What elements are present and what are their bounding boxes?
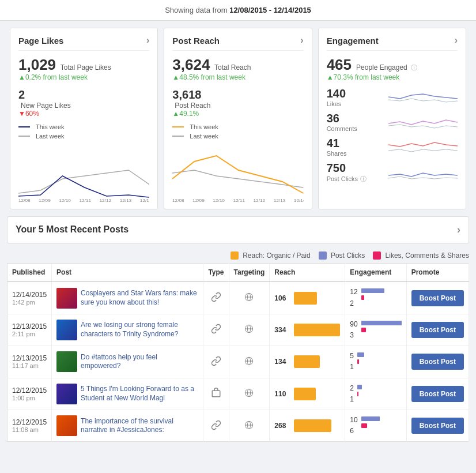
post-content: The importance of the survival narrative… — [52, 410, 203, 441]
post-reach-last-week-dot — [172, 136, 184, 137]
post-clicks-label: Post Clicks ⓘ — [327, 175, 367, 183]
page-likes-chevron[interactable]: › — [146, 35, 149, 46]
boost-post-button[interactable]: Boost Post — [411, 290, 464, 306]
legend-post-clicks-swatch — [319, 251, 327, 260]
post-reach: 268 — [270, 410, 345, 441]
engagement-card: Engagement › 465 People Engaged ⓘ ▲70.3%… — [318, 28, 466, 209]
post-content: Are we losing our strong female characte… — [52, 314, 203, 346]
engagement-bottom: 2 — [350, 298, 357, 309]
reach-number: 110 — [274, 390, 290, 398]
svg-text:12/11: 12/11 — [233, 198, 245, 202]
page-likes-chart: 12/08 12/09 12/10 12/11 12/12 12/13 12/1… — [18, 144, 149, 202]
engagement-bar-pink — [361, 423, 367, 428]
reach-bar — [294, 388, 316, 400]
engagement-top: 10 — [350, 415, 357, 426]
page-likes-title: Page Likes › — [18, 35, 149, 51]
post-published: 12/14/2015 1:42 pm — [7, 281, 52, 314]
engagement-top: 2 — [350, 383, 354, 394]
engagement-top: 5 — [350, 351, 354, 362]
svg-text:12/08: 12/08 — [18, 198, 31, 202]
post-published: 12/12/2015 11:08 am — [7, 410, 52, 441]
people-engaged-num: 465 — [327, 57, 352, 73]
reach-number: 268 — [274, 422, 290, 430]
post-reach-label: Post Reach — [175, 102, 210, 110]
post-content: Cosplayers and Star Wars fans: make sure… — [52, 281, 203, 314]
boost-post-button[interactable]: Boost Post — [411, 354, 464, 370]
post-reach: 106 — [270, 281, 345, 314]
post-targeting — [229, 314, 270, 346]
post-reach-this-week-dot — [172, 126, 184, 127]
engagement-title: Engagement › — [327, 35, 458, 51]
post-engagement: 5 1 — [345, 346, 406, 378]
post-reach-chevron[interactable]: › — [300, 35, 303, 46]
likes-label: Likes — [327, 100, 346, 107]
engagement-chevron[interactable]: › — [455, 35, 458, 46]
post-type — [203, 410, 229, 441]
total-reach-trend: ▲48.5% from last week — [172, 73, 303, 81]
reach-bar — [294, 292, 317, 305]
svg-text:12/14: 12/14 — [140, 198, 150, 202]
engagement-bottom: 1 — [350, 362, 354, 373]
people-engaged-info: ⓘ — [411, 63, 417, 72]
targeting-icon — [244, 423, 254, 431]
post-thumbnail — [56, 288, 77, 309]
shares-label: Shares — [327, 150, 347, 157]
total-page-likes-num: 1,029 — [18, 56, 56, 73]
likes-mini-chart — [388, 88, 458, 106]
boost-post-button[interactable]: Boost Post — [411, 386, 464, 402]
post-title[interactable]: 5 Things I'm Looking Forward to as a Stu… — [81, 385, 198, 403]
people-engaged-label: People Engaged — [356, 63, 407, 72]
post-promote: Boost Post — [406, 281, 469, 314]
post-title[interactable]: Cosplayers and Star Wars fans: make sure… — [81, 289, 198, 307]
post-title[interactable]: Are we losing our strong female characte… — [81, 321, 198, 339]
post-thumbnail — [56, 351, 77, 372]
targeting-icon — [244, 295, 254, 303]
engagement-top: 90 — [350, 319, 357, 330]
post-type — [203, 378, 229, 410]
legend-organic-label: Reach: Organic / Paid — [243, 251, 310, 260]
recent-posts-section-header[interactable]: Your 5 Most Recent Posts › — [7, 216, 469, 243]
post-engagement: 90 3 — [345, 314, 406, 346]
post-engagement: 12 2 — [345, 281, 406, 314]
likes-num: 140 — [327, 87, 346, 100]
post-reach-chart: 12/08 12/09 12/10 12/11 12/12 12/13 12/1… — [172, 144, 303, 202]
total-page-likes-label: Total Page Likes — [61, 63, 111, 72]
reach-number: 106 — [274, 294, 290, 302]
post-title[interactable]: The importance of the survival narrative… — [81, 417, 198, 435]
svg-text:12/10: 12/10 — [59, 198, 71, 202]
svg-text:12/10: 12/10 — [213, 198, 225, 202]
engagement-bar-pink — [357, 392, 358, 396]
legend-post-clicks-label: Post Clicks — [331, 251, 365, 260]
post-reach: 334 — [270, 314, 345, 346]
boost-post-button[interactable]: Boost Post — [411, 322, 464, 338]
col-post: Post — [52, 264, 203, 282]
comments-mini-chart — [388, 113, 458, 130]
table-row: 12/14/2015 1:42 pm Cosplayers and Star W… — [7, 281, 469, 314]
legend-likes-comments-label: Likes, Comments & Shares — [386, 251, 469, 260]
svg-text:12/12: 12/12 — [254, 198, 266, 202]
likes-row: 140 Likes — [327, 87, 458, 107]
engagement-rows: 140 Likes 36 Comments — [327, 87, 458, 183]
targeting-icon — [244, 359, 254, 367]
engagement-bar-pink — [357, 359, 359, 364]
svg-text:12/12: 12/12 — [100, 198, 112, 202]
new-page-likes-num: 2 — [18, 88, 25, 101]
legend-organic-swatch — [231, 251, 239, 260]
recent-posts-chevron[interactable]: › — [457, 224, 460, 236]
engagement-top: 12 — [350, 287, 357, 298]
col-targeting: Targeting — [229, 264, 270, 282]
post-reach-last-week-label: Last week — [190, 133, 218, 140]
shares-num: 41 — [327, 137, 347, 150]
table-row: 12/13/2015 2:11 pm Are we losing our str… — [7, 314, 469, 346]
post-title[interactable]: Do #tattoos help you feel empowered? — [81, 353, 198, 371]
post-content: 5 Things I'm Looking Forward to as a Stu… — [52, 378, 203, 410]
new-page-likes-trend: ▼60% — [18, 110, 149, 118]
svg-text:12/08: 12/08 — [172, 198, 184, 202]
post-engagement: 2 1 — [345, 378, 406, 410]
engagement-bar-blue — [361, 321, 402, 325]
boost-post-button[interactable]: Boost Post — [411, 418, 464, 434]
post-type — [203, 346, 229, 378]
table-row: 12/13/2015 11:17 am Do #tattoos help you… — [7, 346, 469, 378]
col-published: Published — [7, 264, 52, 282]
post-reach-card: Post Reach › 3,624 Total Reach ▲48.5% fr… — [164, 28, 312, 209]
